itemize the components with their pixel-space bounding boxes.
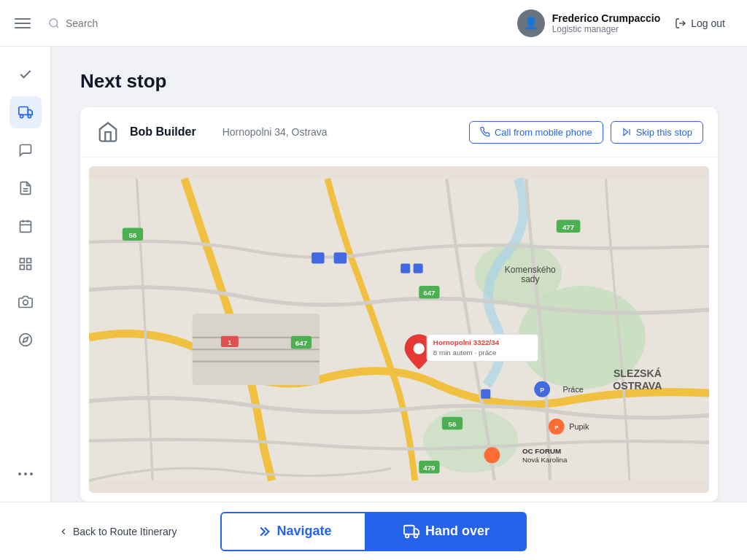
svg-point-20 — [24, 472, 27, 475]
svg-rect-29 — [311, 252, 324, 263]
page-title: Next stop — [80, 70, 718, 93]
sidebar-item-checkmark[interactable] — [9, 58, 42, 90]
customer-name: Bob Builder — [130, 125, 196, 139]
sidebar-item-doc[interactable] — [9, 172, 42, 204]
skip-button-label: Skip this stop — [636, 127, 692, 138]
svg-text:1: 1 — [228, 339, 231, 346]
navigate-icon — [255, 524, 271, 540]
back-label: Back to Route Itinerary — [73, 526, 177, 537]
map-background: 56 477 647 647 1 56 479 — [89, 166, 709, 493]
sidebar-item-camera[interactable] — [9, 286, 42, 318]
svg-rect-8 — [20, 221, 31, 232]
svg-marker-18 — [23, 337, 28, 342]
user-role: Logistic manager — [552, 24, 661, 34]
svg-text:Nová Karolina: Nová Karolina — [522, 456, 568, 464]
call-button[interactable]: Call from mobile phone — [469, 121, 603, 144]
user-profile: 👤 Frederico Crumpaccio Logistic manager … — [517, 9, 732, 37]
search-input[interactable] — [66, 18, 212, 29]
search-bar — [48, 18, 212, 29]
svg-rect-31 — [400, 264, 410, 273]
svg-text:P: P — [540, 386, 544, 394]
svg-text:8 min autem · práce: 8 min autem · práce — [433, 349, 497, 357]
svg-rect-33 — [481, 389, 490, 399]
svg-text:479: 479 — [423, 464, 436, 472]
map-container[interactable]: 56 477 647 647 1 56 479 — [89, 166, 709, 493]
svg-rect-15 — [26, 265, 31, 270]
svg-point-21 — [30, 472, 33, 475]
navigate-button[interactable]: Navigate — [220, 512, 366, 551]
svg-point-0 — [50, 19, 58, 27]
svg-rect-3 — [18, 107, 27, 115]
svg-text:56: 56 — [128, 231, 136, 239]
logout-icon — [675, 18, 686, 29]
sidebar-item-chat[interactable] — [9, 134, 42, 166]
svg-text:647: 647 — [295, 339, 308, 347]
card-actions: Call from mobile phone Skip this stop — [469, 121, 703, 144]
back-link[interactable]: Back to Route Itinerary — [58, 526, 177, 537]
skip-button[interactable]: Skip this stop — [611, 121, 703, 144]
sidebar-item-grid[interactable] — [9, 248, 42, 280]
sidebar-item-schedule[interactable] — [9, 210, 42, 242]
svg-point-66 — [406, 534, 409, 537]
user-name: Frederico Crumpaccio — [552, 12, 661, 24]
svg-text:Komenského: Komenského — [505, 265, 556, 275]
header: 👤 Frederico Crumpaccio Logistic manager … — [0, 0, 747, 47]
svg-line-1 — [56, 26, 58, 28]
svg-point-16 — [23, 300, 28, 306]
svg-text:OC FORUM: OC FORUM — [522, 447, 561, 455]
svg-text:477: 477 — [562, 223, 575, 231]
svg-point-17 — [19, 334, 31, 346]
sidebar-item-compass[interactable] — [9, 324, 42, 356]
main-content: Next stop Bob Builder Hornopolni 34, Ost… — [51, 47, 747, 502]
stop-card: Bob Builder Hornopolni 34, Ostrava Call … — [80, 107, 718, 502]
svg-rect-32 — [414, 264, 423, 273]
svg-text:SLEZSKÁ: SLEZSKÁ — [614, 368, 662, 379]
svg-point-19 — [18, 472, 21, 475]
svg-point-58 — [484, 447, 500, 463]
svg-marker-22 — [624, 128, 628, 135]
menu-icon[interactable] — [15, 18, 31, 28]
map-svg: 56 477 647 647 1 56 479 — [89, 166, 709, 493]
call-button-label: Call from mobile phone — [495, 127, 592, 138]
sidebar — [0, 47, 51, 502]
svg-rect-30 — [334, 252, 347, 263]
avatar: 👤 — [517, 9, 545, 37]
svg-point-61 — [414, 343, 425, 354]
svg-text:56: 56 — [449, 420, 457, 428]
svg-rect-12 — [20, 259, 24, 263]
handover-icon — [403, 524, 419, 540]
svg-rect-14 — [20, 265, 24, 270]
footer: Back to Route Itinerary Navigate Hand ov… — [0, 502, 747, 560]
card-header: Bob Builder Hornopolni 34, Ostrava Call … — [80, 107, 718, 158]
svg-text:Práce: Práce — [562, 385, 583, 394]
svg-rect-13 — [26, 259, 31, 263]
user-info: Frederico Crumpaccio Logistic manager — [552, 12, 661, 34]
svg-point-5 — [28, 114, 31, 117]
customer-address: Hornopolni 34, Ostrava — [222, 126, 328, 138]
house-icon — [95, 119, 121, 145]
handover-button[interactable]: Hand over — [366, 512, 527, 551]
logout-button[interactable]: Log out — [667, 13, 732, 34]
svg-text:OSTRAVA: OSTRAVA — [613, 380, 662, 392]
svg-point-4 — [20, 114, 23, 117]
search-icon — [48, 18, 60, 29]
sidebar-more-button[interactable] — [9, 458, 42, 490]
svg-text:sady: sady — [521, 274, 539, 284]
navigate-label: Navigate — [276, 524, 331, 539]
phone-icon — [480, 127, 490, 137]
back-icon — [58, 526, 69, 537]
sidebar-item-route[interactable] — [9, 96, 42, 128]
footer-buttons: Navigate Hand over — [220, 512, 527, 551]
logout-label: Log out — [691, 18, 725, 29]
handover-label: Hand over — [425, 524, 489, 539]
svg-text:Pupik: Pupik — [569, 422, 589, 431]
svg-text:647: 647 — [423, 289, 436, 297]
skip-icon — [622, 127, 632, 137]
svg-rect-65 — [404, 525, 414, 534]
svg-point-67 — [414, 534, 418, 537]
main-layout: Next stop Bob Builder Hornopolni 34, Ost… — [0, 47, 747, 502]
svg-text:Hornopolni 3322/34: Hornopolni 3322/34 — [433, 338, 500, 346]
svg-text:P: P — [554, 424, 558, 431]
